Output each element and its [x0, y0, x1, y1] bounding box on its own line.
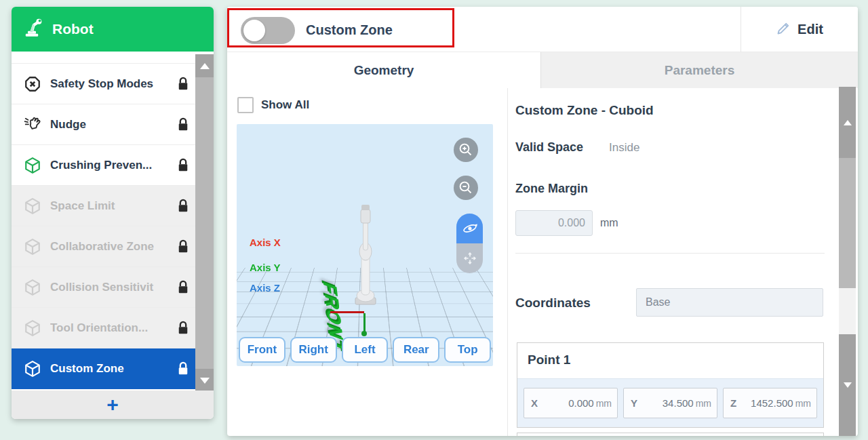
zoom-in-button[interactable] — [454, 138, 478, 162]
nudge-hand-icon — [24, 116, 41, 134]
scroll-down-button[interactable] — [195, 369, 214, 392]
view-left-button[interactable]: Left — [342, 337, 389, 363]
cube-icon — [24, 319, 41, 337]
sidebar: Robot Safety Stop Modes — [12, 7, 214, 419]
sidebar-header: Robot — [12, 7, 214, 52]
axis-value: 34.500 — [637, 397, 694, 409]
sidebar-item-label: Collaborative Zone — [50, 240, 167, 254]
pan-view-button[interactable] — [456, 243, 483, 273]
panel-scroll-track[interactable] — [839, 288, 856, 334]
pencil-icon — [775, 20, 791, 39]
arrow-up-icon — [200, 63, 210, 69]
scroll-up-button[interactable] — [195, 54, 214, 77]
robot-3d-viewport[interactable]: FRONT Axis X Axis Y Axis Z — [237, 124, 493, 366]
axis-unit: mm — [795, 398, 811, 409]
pane-divider — [507, 88, 508, 436]
lock-icon — [176, 199, 190, 214]
point-y-field[interactable]: Y 34.500 mm — [623, 388, 717, 418]
sidebar-item-custom-zone[interactable]: Custom Zone — [12, 348, 195, 389]
axis-value: 0.000 — [538, 397, 594, 409]
toggle-label: Custom Zone — [306, 22, 393, 38]
show-all-checkbox[interactable] — [237, 97, 254, 113]
view-top-button[interactable]: Top — [444, 337, 491, 363]
panel-scroll-up-button[interactable] — [839, 87, 856, 158]
sidebar-item-nudge[interactable]: Nudge — [12, 104, 195, 145]
sidebar-item-tool-orientation[interactable]: Tool Orientation... — [12, 308, 195, 348]
point-1-title: Point 1 — [517, 343, 823, 367]
zoom-out-button[interactable] — [454, 176, 478, 200]
tab-label: Parameters — [665, 63, 735, 78]
cube-icon — [24, 360, 41, 378]
lock-icon — [176, 321, 190, 336]
add-zone-button[interactable]: + — [12, 391, 214, 419]
zone-margin-unit: mm — [600, 217, 618, 229]
arrow-up-icon — [844, 120, 852, 125]
rotate-view-button[interactable] — [456, 214, 483, 243]
tab-label: Geometry — [354, 63, 414, 78]
point-x-field[interactable]: X 0.000 mm — [524, 388, 618, 418]
sidebar-item-label: Collision Sensitivit — [50, 281, 167, 294]
sidebar-item-label: Space Limit — [50, 199, 167, 213]
sidebar-item-crushing-prevention[interactable]: Crushing Preven... — [12, 145, 195, 186]
lock-icon — [176, 280, 190, 295]
panel-scroll-down-button[interactable] — [839, 334, 856, 436]
sidebar-item-label: Nudge — [50, 118, 167, 132]
axis-letter: Z — [730, 397, 736, 409]
zone-margin-input[interactable]: 0.000 — [515, 210, 593, 236]
axis-x-legend: Axis X — [250, 237, 281, 248]
view-control-capsule — [456, 214, 483, 273]
stop-octagon-icon — [24, 75, 41, 93]
panel-scroll-thumb[interactable] — [839, 158, 856, 288]
robot-arm-model — [351, 204, 382, 316]
sidebar-item-collision-sensitivity[interactable]: Collision Sensitivit — [12, 267, 195, 308]
axis-letter: Y — [631, 397, 637, 409]
sidebar-item-space-limit[interactable]: Space Limit — [12, 186, 195, 226]
view-front-button[interactable]: Front — [239, 337, 285, 363]
sidebar-list: Safety Stop Modes Nudge — [12, 52, 195, 389]
view-rear-button[interactable]: Rear — [393, 337, 439, 363]
custom-zone-toggle[interactable] — [241, 17, 295, 44]
zone-margin-label: Zone Margin — [515, 182, 588, 196]
sidebar-item-safety-stop-modes[interactable]: Safety Stop Modes — [12, 64, 195, 104]
sidebar-item-label: Safety Stop Modes — [50, 77, 167, 91]
lock-icon — [176, 117, 190, 132]
toggle-knob — [243, 20, 265, 41]
axis-z-legend: Axis Z — [250, 282, 280, 294]
sidebar-item-collaborative-zone[interactable]: Collaborative Zone — [12, 226, 195, 267]
coordinates-select[interactable]: Base — [636, 288, 823, 317]
edit-label: Edit — [797, 22, 823, 37]
zone-type-title: Custom Zone - Cuboid — [515, 103, 654, 118]
lock-icon — [176, 361, 190, 376]
view-buttons-row: Front Right Left Rear Top — [239, 337, 491, 363]
y-axis-endpoint — [361, 331, 367, 336]
sidebar-item-label: Crushing Preven... — [50, 159, 167, 172]
robot-arm-icon — [22, 17, 44, 41]
cube-icon — [24, 238, 41, 256]
top-bar: Custom Zone Edit — [227, 7, 858, 52]
valid-space-label: Valid Space — [515, 140, 583, 155]
sidebar-scrollbar[interactable] — [195, 54, 214, 392]
edit-button[interactable]: Edit — [741, 7, 858, 52]
plus-icon: + — [106, 393, 119, 416]
coordinates-label: Coordinates — [515, 296, 591, 311]
point-z-field[interactable]: Z 1452.500 mm — [723, 388, 817, 418]
point-1-fields-row: X 0.000 mm Y 34.500 mm Z 1452.500 mm — [517, 378, 823, 427]
y-axis-line — [363, 313, 366, 333]
lock-icon — [176, 239, 190, 254]
robot-settings-screen: Robot Safety Stop Modes — [0, 0, 868, 440]
show-all-checkbox-row[interactable]: Show All — [237, 97, 309, 113]
sidebar-item-label: Tool Orientation... — [50, 321, 167, 335]
cube-icon — [24, 157, 41, 174]
axis-unit: mm — [696, 398, 711, 409]
tab-geometry[interactable]: Geometry — [227, 52, 540, 88]
tab-parameters[interactable]: Parameters — [540, 52, 858, 88]
view-right-button[interactable]: Right — [290, 337, 337, 363]
lock-icon — [176, 77, 190, 92]
next-point-panel-edge — [517, 433, 824, 436]
axis-y-legend: Axis Y — [250, 262, 281, 273]
main-panel: Custom Zone Edit Geometry Parameters — [227, 7, 858, 436]
axis-value: 1452.500 — [736, 397, 793, 409]
arrow-down-icon — [844, 382, 852, 388]
sidebar-item-partial[interactable] — [12, 52, 195, 64]
valid-space-value: Inside — [609, 141, 639, 155]
